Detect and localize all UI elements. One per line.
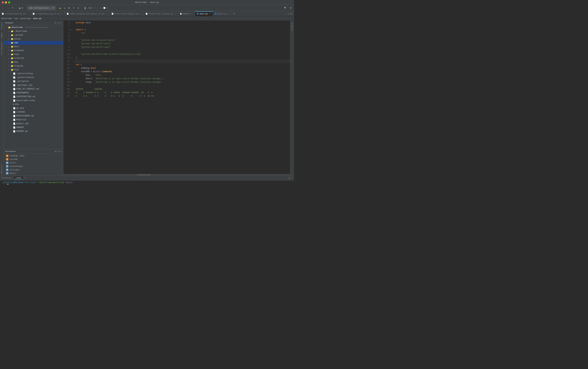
tree-item-editorconfig[interactable]: ▸ 📄 .editorconfig — [4, 72, 63, 76]
fold-icon-15[interactable]: ▾ — [71, 70, 74, 73]
close-panel-icon[interactable]: ✕ — [61, 21, 62, 24]
search-button[interactable]: 🔍 — [283, 6, 288, 10]
struct-item-isdebug[interactable]: v isDebug: bool — [4, 154, 63, 158]
breadcrumb-main-go[interactable]: main.go — [33, 18, 41, 20]
add-terminal-button[interactable]: + — [24, 177, 26, 179]
tab-close-icon[interactable]: ✕ — [209, 13, 211, 15]
back-button[interactable]: ← — [1, 6, 5, 10]
tab-close-icon[interactable]: ✕ — [139, 13, 142, 15]
tree-item-docs[interactable]: ▸ 📁 docs — [4, 45, 63, 49]
reload-button[interactable]: ↻ — [11, 6, 14, 10]
tree-item-license[interactable]: ▸ 📄 LICENSE — [4, 110, 63, 114]
tab-troubleshooting-zh-md[interactable]: 📄 troubleshooting.zh.md ✕ — [31, 11, 65, 16]
run-options-button[interactable]: ▼ — [76, 6, 80, 10]
build-button[interactable]: 🛠 — [67, 6, 71, 10]
fold-icon-3[interactable]: ▾ — [71, 28, 74, 31]
tab-close-icon[interactable]: ✕ — [174, 13, 176, 15]
tree-item-hack[interactable]: ▸ 📁 hack — [4, 52, 63, 56]
tree-item-staging[interactable]: ▸ 📁 staging — [4, 64, 63, 68]
tab-troubleshooting-md[interactable]: 📄 troubleshooting.md ✕ — [0, 11, 31, 16]
tree-item-devstream-hidden[interactable]: ▸ 📁 .devstream — [4, 29, 63, 33]
tree-item-dtm[interactable]: ▸ ■ dtm — [4, 102, 63, 106]
tabs-overflow-button[interactable]: ▼ — [232, 11, 236, 16]
code-lines[interactable]: package main import ( "os" "github.com/s… — [74, 21, 290, 174]
struct-item-main[interactable]: f main() — [4, 172, 63, 175]
close-structure-icon[interactable]: ✕ — [61, 150, 62, 153]
terminal-tab-local[interactable]: Local — [14, 176, 23, 180]
tab-apply-go[interactable]: 🔵 apply.go ✕ — [213, 11, 232, 16]
file-icon: 📄 — [13, 115, 16, 117]
tab-branch-release-md2[interactable]: 📄 branch-and-release.md ✕ — [144, 11, 178, 16]
panel-close-button[interactable]: ▲ — [291, 13, 293, 15]
tree-item-contributing[interactable]: ▸ 📄 CONTRIBUTING.md — [4, 95, 63, 99]
go-icon: 🔵 — [196, 13, 199, 15]
tree-item-internal[interactable]: ▸ 📁 internal — [4, 56, 63, 60]
add-configuration-button[interactable]: Add Configuration... ▼ — [27, 6, 56, 10]
sidebar-item-project[interactable]: Project — [0, 21, 3, 31]
struct-item-initconfig[interactable]: f initConfig() — [4, 164, 63, 168]
gear2-icon[interactable]: ⚙ — [59, 150, 60, 153]
tab-close-icon[interactable]: ✕ — [228, 13, 230, 15]
tab-understanding-md[interactable]: 📄 understanding_the_basics.zh.md ✕ — [65, 11, 110, 16]
tree-item-test[interactable]: ▸ 📁 test — [4, 68, 63, 72]
tree-root[interactable]: ▾ 📁 devstream ~/DevStream/devstream — [4, 26, 63, 29]
bookmark-button[interactable]: ▐ — [83, 6, 87, 10]
maximize-button[interactable] — [8, 1, 10, 3]
struct-item-rootcmd[interactable]: v rootCMD — [4, 158, 63, 161]
terminal-settings-icon[interactable]: ⚙ — [289, 177, 290, 179]
gear-icon[interactable]: ⚙ — [59, 21, 60, 24]
tree-item-gomod[interactable]: ▸ 📄 go.mod — [4, 106, 63, 110]
sort-icon[interactable]: ⇕ — [56, 21, 58, 24]
tab-close-icon[interactable]: ✕ — [105, 13, 108, 15]
sidebar-right-bookmarks[interactable]: Bookmarks — [291, 21, 294, 32]
tree-item-examples[interactable]: ▸ 📁 examples — [4, 49, 63, 52]
tree-item-golangci[interactable]: ▸ 📄 .golangci.yml — [4, 83, 63, 87]
settings-button[interactable]: ⚙ — [289, 6, 293, 10]
run-button[interactable]: ▶ — [59, 6, 62, 10]
tab-branch-release-md[interactable]: 📄 branch-and-release.md ✕ — [110, 11, 144, 16]
breadcrumb-cmd[interactable]: cmd — [14, 18, 18, 20]
tree-item-pkg[interactable]: ▸ 📁 pkg — [4, 60, 63, 64]
code-content[interactable]: 1 2 3 4 5 6 7 8 9 10 11 12 13 14 15 16 1… — [63, 21, 290, 174]
horizontal-scrollbar[interactable] — [63, 174, 290, 175]
tree-item-build[interactable]: ▸ 📁 build — [4, 37, 63, 41]
tab-main-go[interactable]: 🔵 main.go ✕ — [195, 11, 213, 16]
close-button[interactable] — [2, 1, 4, 3]
tab-close-icon[interactable]: ✕ — [190, 13, 193, 15]
sidebar-item-favorites[interactable]: Favorites — [0, 163, 3, 175]
fold-icon-18[interactable]: ▾ — [71, 81, 74, 84]
tree-item-gitattributes[interactable]: ▸ 📄 .gitattributes — [4, 76, 63, 79]
struct-item-initlog[interactable]: f initLog() — [4, 168, 63, 172]
tree-item-owners[interactable]: ▸ 📄 OWNERS — [4, 126, 63, 129]
minimize-button[interactable] — [5, 1, 7, 3]
folder-icon: 📁 — [11, 45, 13, 48]
struct-item-init[interactable]: f init() — [4, 161, 63, 164]
breadcrumb-devstream2[interactable]: devstream — [20, 18, 31, 20]
profile-button[interactable]: ▼ — [18, 6, 24, 10]
tree-item-codeowners[interactable]: ▸ 📄 CODEOWNERS — [4, 91, 63, 95]
tree-item-github[interactable]: ▸ 📁 .github — [4, 33, 63, 37]
tree-item-mkdocs[interactable]: ▸ 📄 mkdocs.yml — [4, 122, 63, 126]
terminal-minimize-icon[interactable]: − — [291, 177, 293, 179]
tab-close-icon[interactable]: ✕ — [61, 13, 63, 15]
panel-toggle-button[interactable]: ▼ — [290, 13, 291, 15]
sort-icon[interactable]: ⇅ — [55, 150, 56, 153]
stop-button[interactable]: ■ — [63, 6, 66, 10]
sort2-icon[interactable]: ⇕ — [56, 150, 58, 153]
tree-item-makefile[interactable]: ▸ 📄 Makefile — [4, 118, 63, 122]
sidebar-item-pull-requests[interactable]: Pull Requests — [0, 40, 3, 56]
tree-item-devstream-state[interactable]: ▸ 📄 devstream.state — [4, 99, 63, 102]
sort-alpha-icon[interactable]: ⇅ — [55, 21, 56, 24]
forward-button[interactable]: → — [6, 6, 10, 10]
tree-item-cmd[interactable]: ▸ 📂 cmd — [4, 41, 63, 45]
tree-item-gitignore[interactable]: ▸ 📄 .gitignore — [4, 79, 63, 83]
tree-item-maintainers[interactable]: ▸ 📄 MAINTAINERS.md — [4, 114, 63, 118]
vcs-check-icon[interactable]: ✓ 1 — [285, 13, 289, 15]
breadcrumb-devstream[interactable]: devstream — [1, 18, 12, 20]
sidebar-item-commit[interactable]: Commit — [0, 31, 3, 40]
reload2-button[interactable]: ↺ — [72, 6, 75, 10]
tree-item-code-of-conduct[interactable]: ▸ 📄 CODE_OF_CONDUCT.md — [4, 87, 63, 91]
tab-close-icon[interactable]: ✕ — [26, 13, 29, 15]
tree-item-readme[interactable]: ▸ 📄 README.md — [4, 129, 63, 133]
tab-owners[interactable]: 📋 OWNERS ✕ — [178, 11, 195, 16]
